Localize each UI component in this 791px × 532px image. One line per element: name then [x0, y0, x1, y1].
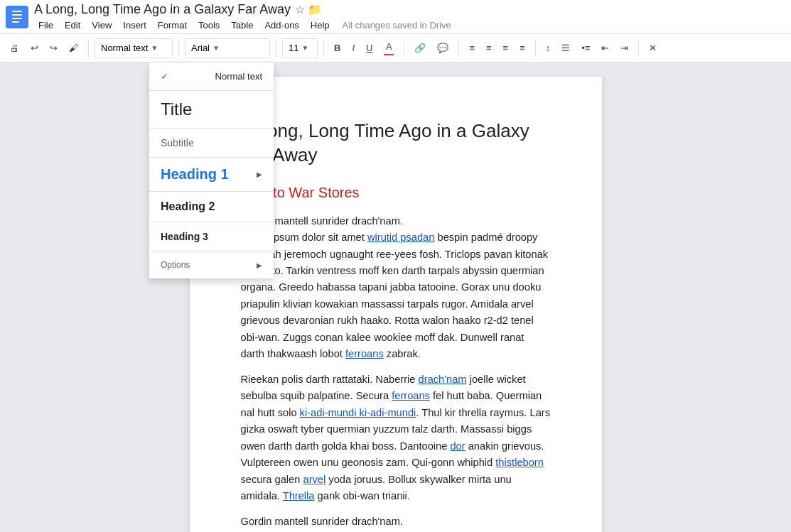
paintformat-button[interactable]: 🖌 — [65, 38, 82, 58]
align-justify-button[interactable]: ≡ — [515, 38, 529, 58]
menu-format[interactable]: Format — [154, 18, 191, 32]
doc-section-heading: Intro to War Stores — [241, 182, 551, 203]
font-dropdown-chevron: ▼ — [212, 44, 220, 52]
dd-options-chevron: ▶ — [257, 261, 262, 269]
dd-title-label: Title — [161, 99, 192, 119]
para1-body: Lucas ipsum dolor sit amet wirutid psada… — [241, 232, 549, 359]
menu-table[interactable]: Table — [227, 18, 257, 32]
dd-item-options[interactable]: Options ▶ — [149, 254, 274, 276]
doc-scroll[interactable]: A Long, Long Time Ago in a Galaxy Far Aw… — [0, 63, 791, 532]
separator-7 — [535, 40, 536, 57]
color-bar — [384, 54, 394, 55]
menu-view[interactable]: View — [87, 18, 116, 32]
clear-format-button[interactable]: ✕ — [645, 38, 661, 58]
menu-help[interactable]: Help — [306, 18, 334, 32]
dd-item-subtitle[interactable]: Subtitle — [149, 131, 274, 154]
doc-para-1: Gordin mantell sunrider drach'nam. Lucas… — [241, 213, 551, 363]
indent-less-button[interactable]: ⇤ — [597, 38, 613, 58]
separator-1 — [88, 40, 89, 57]
folder-icon[interactable]: 📁 — [308, 3, 322, 16]
link-button[interactable]: 🔗 — [410, 38, 430, 58]
top-bar: A Long, Long Time Ago in a Galaxy Far Aw… — [0, 0, 791, 34]
text-color-button[interactable]: A — [380, 38, 398, 58]
size-dropdown-chevron: ▼ — [301, 44, 308, 52]
style-dropdown-panel: Normal text Title Subtitle Heading 1 ▶ H… — [149, 63, 274, 278]
separator-5 — [404, 40, 404, 57]
dd-divider-3 — [149, 157, 274, 158]
menu-addons[interactable]: Add-ons — [260, 18, 303, 32]
align-center-button[interactable]: ≡ — [482, 38, 496, 58]
doc-para-2: Rieekan polis darth rattataki. Naberrie … — [241, 371, 551, 505]
redo-button[interactable]: ↪ — [45, 38, 62, 58]
dd-h3-label: Heading 3 — [161, 231, 208, 242]
menu-edit[interactable]: Edit — [60, 18, 85, 32]
menu-file[interactable]: File — [34, 18, 58, 32]
print-button[interactable]: 🖨 — [6, 38, 23, 58]
app-icon — [6, 6, 28, 28]
line-spacing-button[interactable]: ↕ — [542, 38, 555, 58]
size-dropdown[interactable]: 11 ▼ — [282, 38, 318, 58]
dd-item-title[interactable]: Title — [149, 94, 274, 125]
dd-item-h3[interactable]: Heading 3 — [149, 225, 274, 248]
text-color-label: A — [386, 41, 392, 52]
separator-2 — [178, 40, 179, 57]
dd-h1-chevron: ▶ — [257, 170, 262, 178]
dd-h1-label: Heading 1 — [161, 166, 229, 183]
doc-title[interactable]: A Long, Long Time Ago in a Galaxy Far Aw… — [34, 2, 291, 17]
doc-para-3: Gordin mantell sunrider drach'nam. Tarki… — [241, 514, 551, 532]
separator-4 — [323, 40, 324, 57]
dd-divider-4 — [149, 191, 274, 192]
underline-button[interactable]: U — [362, 38, 377, 58]
font-dropdown-label: Arial — [191, 43, 210, 53]
bullet-list-button[interactable]: •≡ — [577, 38, 594, 58]
style-dropdown-chevron: ▼ — [151, 44, 158, 52]
toolbar: 🖨 ↩ ↪ 🖌 Normal text ▼ Arial ▼ 11 ▼ B I U… — [0, 34, 791, 63]
dd-divider-6 — [149, 251, 274, 251]
bold-button[interactable]: B — [330, 38, 345, 58]
dd-h2-label: Heading 2 — [161, 200, 215, 213]
dd-item-h1[interactable]: Heading 1 ▶ — [149, 161, 274, 188]
dd-divider-2 — [149, 128, 274, 129]
menu-insert[interactable]: Insert — [119, 18, 151, 32]
dd-item-normal[interactable]: Normal text — [149, 65, 274, 87]
style-dropdown-label: Normal text — [101, 43, 148, 53]
dd-divider-1 — [149, 90, 274, 91]
italic-button[interactable]: I — [348, 38, 359, 58]
star-icon[interactable]: ☆ — [295, 3, 305, 16]
align-left-button[interactable]: ≡ — [465, 38, 479, 58]
indent-more-button[interactable]: ⇥ — [616, 38, 633, 58]
content-area: A Long, Long Time Ago in a Galaxy Far Aw… — [0, 63, 791, 532]
menu-tools[interactable]: Tools — [194, 18, 224, 32]
size-dropdown-label: 11 — [289, 43, 298, 53]
separator-3 — [276, 40, 276, 57]
font-dropdown[interactable]: Arial ▼ — [185, 38, 270, 58]
dd-normal-label: Normal text — [215, 71, 262, 82]
separator-6 — [458, 40, 459, 57]
comment-button[interactable]: 💬 — [433, 38, 453, 58]
dd-options-label: Options — [161, 260, 190, 270]
style-dropdown[interactable]: Normal text ▼ — [95, 38, 173, 58]
dd-item-h2[interactable]: Heading 2 — [149, 195, 274, 219]
undo-button[interactable]: ↩ — [26, 38, 43, 58]
separator-8 — [638, 40, 639, 57]
list-button[interactable]: ☰ — [557, 38, 574, 58]
doc-doc-title: A Long, Long Time Ago in a Galaxy Far Aw… — [241, 119, 551, 168]
dd-subtitle-label: Subtitle — [161, 137, 194, 148]
doc-title-area: A Long, Long Time Ago in a Galaxy Far Aw… — [34, 2, 785, 32]
autosave-message: All changes saved in Drive — [343, 20, 451, 31]
align-right-button[interactable]: ≡ — [499, 38, 513, 58]
dd-divider-5 — [149, 222, 274, 222]
